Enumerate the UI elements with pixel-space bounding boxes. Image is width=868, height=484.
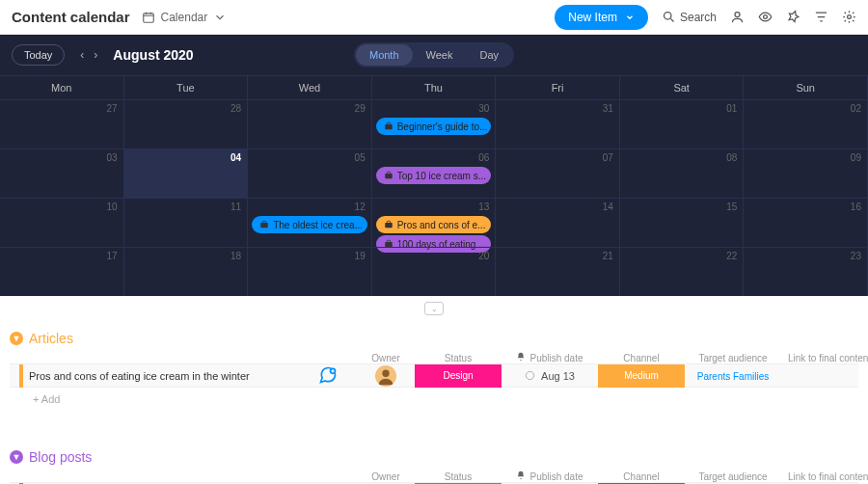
calendar-cell[interactable]: 18 xyxy=(124,248,249,296)
day-number: 21 xyxy=(603,251,613,261)
person-filter[interactable] xyxy=(730,10,745,24)
filter-button[interactable] xyxy=(814,10,828,24)
calendar-cell[interactable]: 03 xyxy=(0,149,124,198)
day-number: 19 xyxy=(355,251,366,261)
column-header[interactable]: Target audience xyxy=(685,353,781,363)
day-number: 17 xyxy=(106,251,117,261)
calendar-cell[interactable]: 04 xyxy=(124,149,249,198)
calendar-event[interactable]: Top 10 ice cream s... xyxy=(376,167,492,184)
calendar-cell[interactable]: 15 xyxy=(620,199,745,247)
svg-rect-6 xyxy=(385,174,393,178)
briefcase-icon xyxy=(259,220,269,229)
svg-point-1 xyxy=(664,13,671,20)
group-caret[interactable]: ▼ xyxy=(10,332,23,345)
group-title[interactable]: Blog posts xyxy=(29,449,92,465)
day-header: Wed xyxy=(248,76,372,99)
calendar-cell[interactable]: 13Pros and cons of e...100 days of eatin… xyxy=(372,199,497,247)
group-caret[interactable]: ▼ xyxy=(10,450,23,464)
calendar-cell[interactable]: 05 xyxy=(248,149,372,198)
calendar-cell[interactable]: 20 xyxy=(372,248,497,296)
calendar-cell[interactable]: 08 xyxy=(620,149,745,198)
settings-button[interactable] xyxy=(842,10,856,24)
svg-rect-5 xyxy=(385,124,393,129)
calendar-cell[interactable]: 09 xyxy=(744,149,868,198)
event-title: The oldest ice crea... xyxy=(273,220,363,230)
add-row[interactable]: + Add xyxy=(10,387,858,411)
column-header[interactable]: Owner xyxy=(357,471,415,482)
collapse-button[interactable]: ⌄ xyxy=(424,302,444,315)
day-header: Fri xyxy=(496,76,620,99)
column-header[interactable]: Link to final content xyxy=(781,471,868,482)
svg-rect-0 xyxy=(143,13,153,21)
owner-cell[interactable] xyxy=(357,365,415,387)
calendar-cell[interactable]: 27 xyxy=(0,100,124,148)
calendar-cell[interactable]: 14 xyxy=(496,199,620,247)
column-header[interactable]: Target audience xyxy=(685,471,781,482)
calendar-cell[interactable]: 01 xyxy=(620,100,745,148)
calendar-event[interactable]: Beginner's guide to... xyxy=(376,118,492,135)
calendar-cell[interactable]: 06Top 10 ice cream s... xyxy=(372,149,497,198)
calendar-cell[interactable]: 11 xyxy=(124,199,249,247)
calendar-cell[interactable]: 07 xyxy=(496,149,620,198)
item-name-cell[interactable]: Pros and cons of eating ice cream in the… xyxy=(10,364,299,388)
column-header[interactable]: Status xyxy=(415,471,502,482)
briefcase-icon xyxy=(384,220,393,229)
day-number: 04 xyxy=(231,152,241,163)
column-header[interactable]: Publish date xyxy=(502,471,598,482)
range-week[interactable]: Week xyxy=(413,44,467,66)
calendar-cell[interactable]: 16 xyxy=(744,199,868,247)
calendar-event[interactable]: Pros and cons of e... xyxy=(376,216,492,233)
new-item-button[interactable]: New Item xyxy=(555,5,648,30)
group-title[interactable]: Articles xyxy=(29,331,73,346)
today-button[interactable]: Today xyxy=(12,44,65,66)
range-day[interactable]: Day xyxy=(466,44,512,66)
status-cell[interactable]: Design xyxy=(415,364,502,388)
day-number: 05 xyxy=(355,152,366,163)
publish-date-cell[interactable]: Aug 13 xyxy=(502,370,598,383)
new-item-label: New Item xyxy=(568,11,617,24)
day-number: 08 xyxy=(726,152,737,163)
hide-button[interactable] xyxy=(758,10,773,24)
briefcase-icon xyxy=(384,171,393,180)
day-number: 03 xyxy=(106,152,117,163)
calendar-cell[interactable]: 31 xyxy=(496,100,620,148)
channel-cell[interactable]: Medium xyxy=(598,364,685,388)
calendar-cell[interactable]: 17 xyxy=(0,248,124,296)
day-number: 28 xyxy=(231,103,241,114)
calendar-cell[interactable]: 19 xyxy=(248,248,372,296)
day-number: 09 xyxy=(851,152,861,163)
range-month[interactable]: Month xyxy=(356,44,413,66)
audience-cell[interactable]: Parents Families xyxy=(685,371,781,382)
column-header[interactable]: Publish date xyxy=(502,352,598,363)
column-header[interactable]: Channel xyxy=(598,353,685,363)
search-button[interactable]: Search xyxy=(662,10,717,24)
date-text: Aug 13 xyxy=(541,370,575,382)
calendar-cell[interactable]: 12The oldest ice crea... xyxy=(248,199,372,247)
calendar-cell[interactable]: 21 xyxy=(496,248,620,296)
prev-button[interactable]: ‹ xyxy=(80,48,84,62)
calendar-cell[interactable]: 23 xyxy=(744,248,868,296)
month-label: August 2020 xyxy=(113,47,193,63)
calendar-cell[interactable]: 02 xyxy=(744,100,868,148)
svg-point-12 xyxy=(526,371,533,379)
date-status-icon xyxy=(525,370,535,383)
calendar-cell[interactable]: 28 xyxy=(124,100,249,148)
calendar-event[interactable]: The oldest ice crea... xyxy=(252,216,367,233)
calendar-cell[interactable]: 10 xyxy=(0,199,124,247)
day-number: 30 xyxy=(478,103,489,114)
column-header[interactable]: Status xyxy=(415,353,502,363)
column-header[interactable]: Channel xyxy=(598,471,685,482)
calendar-cell[interactable]: 22 xyxy=(620,248,745,296)
table-row: Pros and cons of eating ice cream in the… xyxy=(10,363,858,387)
pin-button[interactable] xyxy=(786,10,800,24)
column-header[interactable]: Owner xyxy=(357,353,415,363)
calendar-cell[interactable]: 29 xyxy=(248,100,372,148)
day-number: 22 xyxy=(726,251,737,261)
next-button[interactable]: › xyxy=(94,48,97,62)
calendar-cell[interactable]: 30Beginner's guide to... xyxy=(372,100,497,148)
column-header[interactable]: Link to final content xyxy=(781,353,868,363)
chat-button[interactable] xyxy=(299,365,357,387)
search-icon xyxy=(662,10,676,24)
day-number: 31 xyxy=(603,103,613,114)
view-selector[interactable]: Calendar xyxy=(142,11,228,24)
